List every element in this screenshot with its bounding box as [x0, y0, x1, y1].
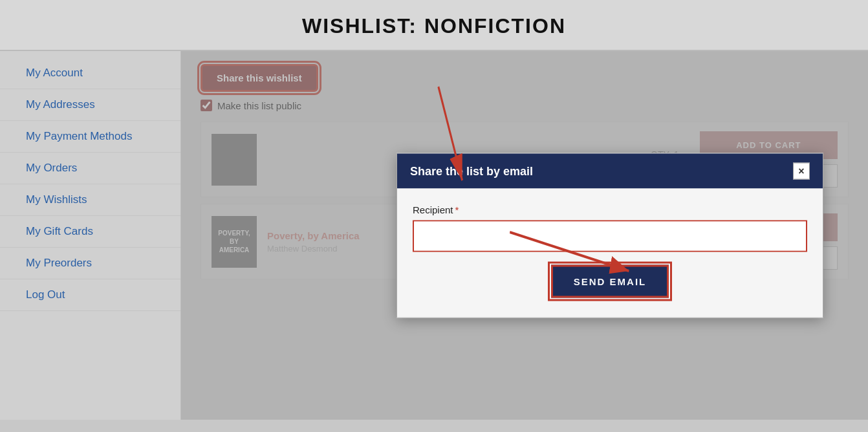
- sidebar-item-my-account[interactable]: My Account: [0, 58, 180, 89]
- sidebar-item-my-addresses[interactable]: My Addresses: [0, 89, 180, 121]
- sidebar-item-my-orders[interactable]: My Orders: [0, 153, 180, 184]
- modal-body: Recipient* SEND EMAIL: [397, 189, 823, 318]
- content-area: Share this wishlist Make this list publi…: [181, 51, 868, 420]
- modal-title: Share the list by email: [410, 164, 533, 178]
- sidebar-item-log-out[interactable]: Log Out: [0, 279, 180, 311]
- main-layout: My Account My Addresses My Payment Metho…: [0, 51, 868, 420]
- share-email-modal: Share the list by email × Recipient* SEN…: [396, 153, 823, 318]
- sidebar-item-my-wishlists[interactable]: My Wishlists: [0, 184, 180, 216]
- page-title: WISHLIST: NONFICTION: [0, 14, 868, 38]
- recipient-input-row: [413, 221, 807, 252]
- send-email-button[interactable]: SEND EMAIL: [551, 265, 669, 298]
- recipient-label: Recipient*: [413, 204, 807, 215]
- sidebar: My Account My Addresses My Payment Metho…: [0, 51, 181, 420]
- modal-close-button[interactable]: ×: [793, 163, 810, 180]
- sidebar-item-my-payment-methods[interactable]: My Payment Methods: [0, 121, 180, 153]
- required-marker: *: [455, 204, 459, 215]
- modal-header: Share the list by email ×: [397, 154, 823, 189]
- recipient-input[interactable]: [414, 222, 806, 251]
- sidebar-item-my-preorders[interactable]: My Preorders: [0, 248, 180, 279]
- page-header: WISHLIST: NONFICTION: [0, 0, 868, 51]
- sidebar-item-my-gift-cards[interactable]: My Gift Cards: [0, 216, 180, 248]
